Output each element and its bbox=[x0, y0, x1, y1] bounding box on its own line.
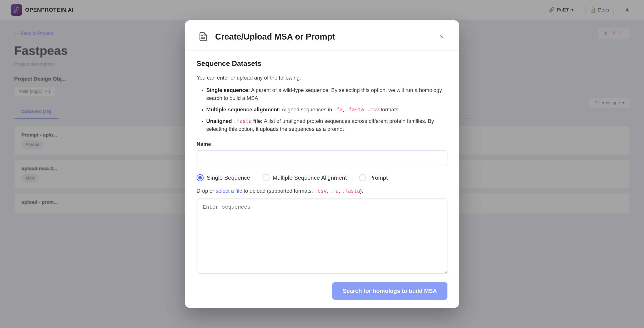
radio-label-single: Single Sequence bbox=[207, 174, 250, 181]
modal-overlay[interactable]: Create/Upload MSA or Prompt × Sequence D… bbox=[0, 0, 644, 328]
section-heading: Sequence Datasets bbox=[196, 60, 448, 68]
description-text: You can enter or upload any of the follo… bbox=[196, 74, 448, 82]
modal-footer: Search for homologs to build MSA bbox=[185, 274, 459, 308]
radio-multiple-alignment[interactable]: Multiple Sequence Alignment bbox=[262, 174, 347, 181]
sequence-textarea[interactable] bbox=[196, 198, 448, 274]
radio-group: Single Sequence Multiple Sequence Alignm… bbox=[196, 174, 448, 181]
modal-document-icon bbox=[196, 30, 210, 43]
bullet-unaligned: Unaligned .fasta file: A list of unalign… bbox=[206, 117, 448, 133]
radio-circle-single bbox=[196, 174, 204, 181]
radio-label-multiple: Multiple Sequence Alignment bbox=[273, 174, 347, 181]
upload-instruction: Drop or select a file to upload (support… bbox=[196, 188, 448, 194]
radio-single-sequence[interactable]: Single Sequence bbox=[196, 174, 250, 181]
radio-label-prompt: Prompt bbox=[369, 174, 388, 181]
modal-body: Sequence Datasets You can enter or uploa… bbox=[185, 51, 459, 274]
bullet-list: Single sequence: A parent or a wild-type… bbox=[196, 86, 448, 133]
bullet-single-sequence: Single sequence: A parent or a wild-type… bbox=[206, 86, 448, 102]
name-label: Name bbox=[196, 141, 448, 147]
bullet-multiple-alignment: Multiple sequence alignment: Aligned seq… bbox=[206, 106, 448, 114]
radio-circle-prompt bbox=[359, 174, 366, 181]
search-homologs-button[interactable]: Search for homologs to build MSA bbox=[332, 282, 448, 300]
name-input[interactable] bbox=[196, 150, 448, 166]
modal: Create/Upload MSA or Prompt × Sequence D… bbox=[185, 20, 459, 308]
modal-header: Create/Upload MSA or Prompt × bbox=[185, 20, 459, 51]
select-file-link[interactable]: select a file bbox=[216, 188, 242, 194]
radio-prompt[interactable]: Prompt bbox=[359, 174, 388, 181]
modal-title: Create/Upload MSA or Prompt bbox=[215, 32, 431, 42]
modal-close-button[interactable]: × bbox=[436, 31, 448, 43]
radio-circle-multiple bbox=[262, 174, 270, 181]
